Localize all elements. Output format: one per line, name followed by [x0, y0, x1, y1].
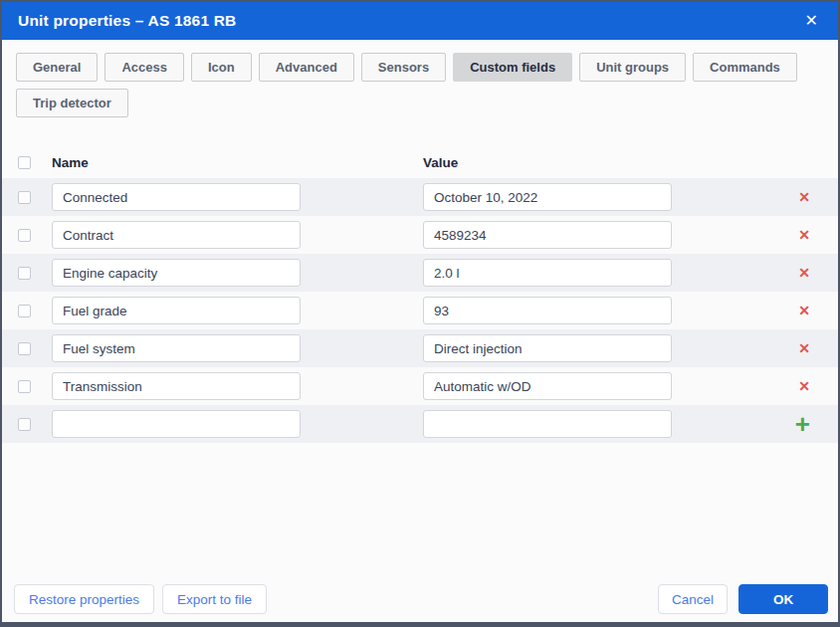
table-row: ✕ [2, 367, 838, 405]
table-row: ✕ [2, 178, 838, 216]
row-checkbox[interactable] [18, 191, 31, 204]
tab-unit-groups[interactable]: Unit groups [579, 53, 686, 82]
add-row-icon[interactable]: + [795, 414, 810, 434]
field-value-input[interactable] [423, 334, 672, 362]
content-spacer [2, 443, 838, 584]
close-icon[interactable]: ✕ [801, 11, 822, 31]
row-checkbox[interactable] [18, 418, 31, 431]
new-name-input[interactable] [52, 410, 301, 438]
cancel-button[interactable]: Cancel [658, 584, 728, 614]
tab-sensors[interactable]: Sensors [361, 53, 446, 82]
table-header-row: Name Value [2, 148, 838, 176]
delete-row-icon[interactable]: ✕ [798, 228, 810, 242]
new-value-input[interactable] [423, 410, 672, 438]
delete-row-icon[interactable]: ✕ [798, 304, 810, 317]
footer-left-actions: Restore properties Export to file [14, 584, 275, 614]
select-all-checkbox[interactable] [18, 156, 31, 169]
tab-custom-fields[interactable]: Custom fields [453, 53, 572, 82]
table-row: ✕ [2, 329, 838, 367]
field-value-input[interactable] [423, 183, 672, 211]
custom-fields-table: Name Value ✕ ✕ ✕ [2, 148, 838, 443]
tab-bar: General Access Icon Advanced Sensors Cus… [2, 40, 838, 124]
delete-row-icon[interactable]: ✕ [798, 266, 810, 280]
field-name-input[interactable] [52, 259, 301, 287]
tab-commands[interactable]: Commands [693, 53, 797, 82]
tab-general[interactable]: General [16, 53, 98, 82]
tab-advanced[interactable]: Advanced [259, 53, 354, 82]
table-row: ✕ [2, 292, 838, 329]
field-name-input[interactable] [52, 372, 301, 400]
row-checkbox[interactable] [18, 342, 31, 355]
row-checkbox[interactable] [18, 229, 31, 242]
column-header-name: Name [52, 155, 301, 170]
footer-right-actions: Cancel OK [658, 584, 828, 614]
field-value-input[interactable] [423, 297, 672, 324]
tab-access[interactable]: Access [105, 53, 184, 82]
delete-row-icon[interactable]: ✕ [798, 190, 810, 204]
ok-button[interactable]: OK [738, 584, 828, 614]
field-value-input[interactable] [423, 259, 672, 287]
dialog-footer: Restore properties Export to file Cancel… [2, 584, 838, 622]
tab-icon[interactable]: Icon [191, 53, 252, 82]
field-value-input[interactable] [423, 221, 672, 249]
delete-row-icon[interactable]: ✕ [798, 379, 810, 393]
field-name-input[interactable] [52, 297, 301, 324]
new-field-row: + [2, 405, 838, 443]
field-name-input[interactable] [52, 221, 301, 249]
unit-properties-dialog: Unit properties – AS 1861 RB ✕ General A… [0, 0, 840, 627]
delete-row-icon[interactable]: ✕ [798, 341, 810, 355]
row-checkbox[interactable] [18, 267, 31, 280]
row-checkbox[interactable] [18, 305, 31, 317]
row-checkbox[interactable] [18, 380, 31, 393]
table-row: ✕ [2, 216, 838, 254]
column-header-value: Value [423, 155, 672, 170]
export-to-file-button[interactable]: Export to file [162, 584, 267, 614]
restore-properties-button[interactable]: Restore properties [14, 584, 154, 614]
field-name-input[interactable] [52, 183, 301, 211]
field-name-input[interactable] [52, 334, 301, 362]
dialog-titlebar: Unit properties – AS 1861 RB ✕ [2, 2, 838, 40]
dialog-title: Unit properties – AS 1861 RB [18, 12, 237, 30]
table-row: ✕ [2, 254, 838, 292]
field-value-input[interactable] [423, 372, 672, 400]
tab-trip-detector[interactable]: Trip detector [16, 89, 128, 117]
